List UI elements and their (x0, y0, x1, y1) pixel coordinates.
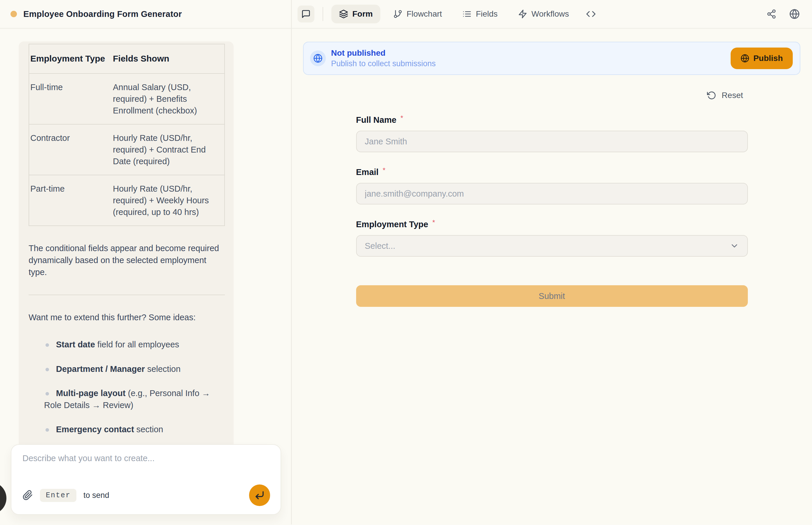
required-asterisk: * (383, 166, 385, 174)
chat-sidebar: Employment Type Fields Shown Full-time A… (0, 29, 292, 524)
reset-label: Reset (722, 91, 743, 100)
banner-subtitle[interactable]: Publish to collect submissions (331, 59, 436, 68)
message-square-icon (301, 9, 311, 19)
tab-form[interactable]: Form (331, 5, 380, 23)
table-cell-fields: Hourly Rate (USD/hr, required) + Contrac… (112, 124, 225, 175)
table-row: Contractor Hourly Rate (USD/hr, required… (29, 124, 225, 175)
toolbar-divider (322, 7, 323, 21)
employment-type-select[interactable]: Select... (356, 235, 748, 257)
message-divider (29, 295, 225, 295)
tab-code[interactable] (582, 5, 600, 23)
conditional-fields-table: Employment Type Fields Shown Full-time A… (29, 44, 225, 226)
send-button[interactable] (249, 484, 270, 506)
email-input[interactable] (356, 183, 748, 205)
chat-input[interactable] (22, 453, 270, 480)
list-icon (462, 9, 472, 19)
ideas-intro: Want me to extend this further? Some ide… (29, 312, 225, 324)
publish-banner: Not published Publish to collect submiss… (303, 42, 800, 75)
view-toolbar: Form Flowchart Fields Workflows (292, 0, 812, 28)
chat-composer: Enter to send (11, 444, 281, 515)
share-icon (767, 9, 777, 19)
form-preview-panel: Not published Publish to collect submiss… (292, 29, 812, 524)
tab-flowchart[interactable]: Flowchart (386, 5, 449, 23)
table-row: Part-time Hourly Rate (USD/hr, required)… (29, 175, 225, 226)
return-arrow-icon (254, 490, 265, 500)
globe-badge (310, 50, 326, 66)
select-placeholder: Select... (365, 241, 395, 251)
field-email: Email* (356, 166, 748, 205)
composer-actions: Enter to send (22, 484, 270, 506)
git-branch-icon (393, 9, 403, 19)
banner-title: Not published (331, 48, 436, 58)
full-name-label: Full Name* (356, 115, 403, 124)
field-employment-type: Employment Type* Select... (356, 219, 748, 257)
zap-icon (518, 9, 527, 19)
tab-workflows-label: Workflows (531, 9, 569, 19)
project-status-dot (11, 11, 17, 17)
generated-form: Reset Full Name* Email* Employment Type*… (356, 91, 748, 307)
tab-fields[interactable]: Fields (455, 5, 505, 23)
publish-globe-button[interactable] (789, 9, 800, 19)
table-header-employment-type: Employment Type (29, 44, 112, 74)
assistant-message: Employment Type Fields Shown Full-time A… (19, 41, 234, 452)
table-cell-type: Part-time (29, 175, 112, 226)
edge-floating-button[interactable] (0, 482, 6, 514)
tab-fields-label: Fields (476, 9, 498, 19)
table-cell-type: Contractor (29, 124, 112, 175)
table-cell-type: Full-time (29, 74, 112, 124)
project-header: Employee Onboarding Form Generator (0, 0, 292, 28)
email-label: Email* (356, 167, 386, 177)
chat-panel-toggle-button[interactable] (298, 5, 314, 22)
reset-row: Reset (356, 91, 748, 100)
chevron-down-icon (730, 241, 739, 251)
project-title: Employee Onboarding Form Generator (23, 9, 182, 19)
top-right-actions (767, 9, 800, 19)
list-item: Start date field for all employees (29, 339, 225, 350)
code-icon (586, 9, 596, 19)
globe-icon (740, 54, 749, 63)
top-bar: Employee Onboarding Form Generator Form … (0, 0, 812, 29)
tab-flowchart-label: Flowchart (407, 9, 442, 19)
required-asterisk: * (401, 114, 403, 122)
table-header-fields-shown: Fields Shown (112, 44, 225, 74)
attach-button[interactable] (22, 490, 33, 500)
tab-workflows[interactable]: Workflows (510, 5, 577, 23)
globe-icon (789, 9, 800, 19)
list-item: Department / Manager selection (29, 363, 225, 375)
publish-button-label: Publish (753, 54, 783, 63)
to-send-label: to send (84, 491, 109, 500)
rotate-ccw-icon (707, 91, 716, 100)
share-button[interactable] (767, 9, 777, 19)
globe-icon (313, 54, 322, 63)
table-header-row: Employment Type Fields Shown (29, 44, 225, 74)
table-cell-fields: Hourly Rate (USD/hr, required) + Weekly … (112, 175, 225, 226)
banner-text: Not published Publish to collect submiss… (331, 48, 436, 68)
list-item: Multi-page layout (e.g., Personal Info →… (29, 387, 225, 411)
required-asterisk: * (432, 219, 435, 226)
enter-key-hint: Enter (40, 489, 76, 502)
reset-button[interactable]: Reset (707, 91, 748, 100)
table-cell-fields: Annual Salary (USD, required) + Benefits… (112, 74, 225, 124)
tab-form-label: Form (352, 9, 373, 19)
table-row: Full-time Annual Salary (USD, required) … (29, 74, 225, 124)
layers-icon (339, 9, 348, 19)
employment-type-label: Employment Type* (356, 220, 435, 229)
ideas-list: Start date field for all employees Depar… (29, 339, 225, 435)
publish-button[interactable]: Publish (731, 47, 793, 69)
view-tabs: Form Flowchart Fields Workflows (331, 5, 600, 23)
field-full-name: Full Name* (356, 114, 748, 152)
list-item: Emergency contact section (29, 423, 225, 435)
conditional-fields-note: The conditional fields appear and become… (29, 242, 225, 279)
paperclip-icon (22, 490, 33, 500)
full-name-input[interactable] (356, 131, 748, 152)
submit-button[interactable]: Submit (356, 285, 748, 307)
